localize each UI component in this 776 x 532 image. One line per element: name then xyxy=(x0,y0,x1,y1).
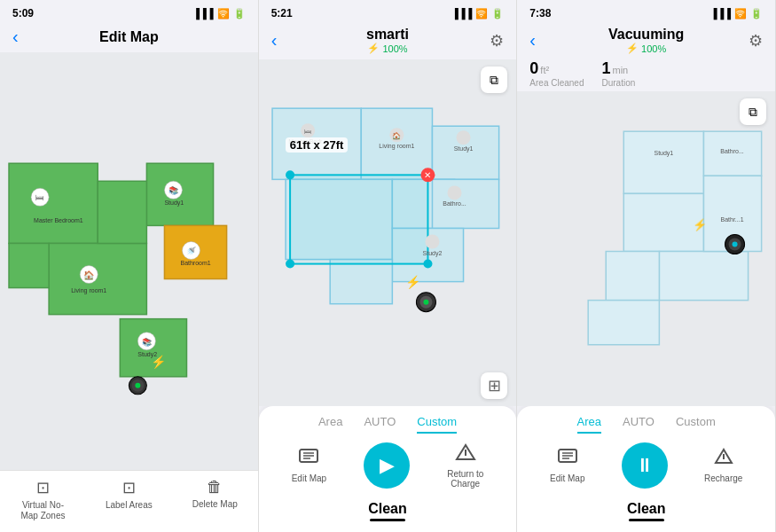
signal-icon-3: ▐▐▐ xyxy=(710,8,731,19)
stats-row-3: 0 ft² Area Cleaned 1 min Duration xyxy=(517,59,775,91)
action-row-2: Edit Map ▶ Return toCharge xyxy=(273,442,503,489)
wifi-icon-2: 🛜 xyxy=(475,8,488,20)
return-charge-action[interactable]: Return toCharge xyxy=(447,443,483,489)
svg-point-52 xyxy=(425,235,439,249)
edit-map-label-2: Edit Map xyxy=(292,473,326,483)
svg-text:Bathro...: Bathro... xyxy=(443,200,466,207)
charging-icon-3: ⚡ xyxy=(626,43,639,54)
dimension-label: 61ft x 27ft xyxy=(286,137,349,153)
pause-icon: ⏸ xyxy=(635,454,655,477)
page-title-2: smarti xyxy=(366,27,409,43)
tab-custom-3[interactable]: Custom xyxy=(676,415,716,434)
panel-edit-map: 5:09 ▐▐▐ 🛜 🔋 ‹ Edit Map xyxy=(0,0,259,532)
tabs-row-3: Area AUTO Custom xyxy=(531,415,761,434)
svg-rect-6 xyxy=(9,243,49,287)
svg-point-76 xyxy=(733,241,738,246)
svg-rect-63 xyxy=(624,131,704,193)
tab-auto-3[interactable]: AUTO xyxy=(623,415,655,434)
virtual-zones-icon: ⊡ xyxy=(36,478,50,497)
label-areas-btn[interactable]: ⊡ Label Areas xyxy=(86,478,172,521)
control-panel-2: Area AUTO Custom Edit Map ▶ Return toCha… xyxy=(259,406,517,532)
svg-text:Study2: Study2 xyxy=(422,250,442,257)
svg-text:Bathro...: Bathro... xyxy=(721,148,745,154)
tab-auto-2[interactable]: AUTO xyxy=(364,415,396,434)
svg-text:Master Bedroom1: Master Bedroom1 xyxy=(34,217,83,223)
battery-icon-3: 🔋 xyxy=(750,8,763,20)
recharge-action[interactable]: Recharge xyxy=(704,448,742,483)
play-icon: ▶ xyxy=(380,454,395,477)
duration-value: 1 xyxy=(602,59,611,78)
svg-rect-34 xyxy=(290,175,427,263)
battery-pct-2: 100% xyxy=(382,43,407,54)
svg-text:✕: ✕ xyxy=(424,170,431,180)
back-button-3[interactable]: ‹ xyxy=(529,30,551,51)
status-bar-3: 7:38 ▐▐▐ 🛜 🔋 xyxy=(517,0,775,23)
duration-unit: min xyxy=(613,65,629,75)
virtual-no-map-zones-btn[interactable]: ⊡ Virtual No-Map Zones xyxy=(0,478,86,521)
signal-icon-2: ▐▐▐ xyxy=(451,8,472,19)
panel-vacuuming: 7:38 ▐▐▐ 🛜 🔋 ‹ Vacuuming ⚡ 100% ⚙ 0 ft² … xyxy=(517,0,776,532)
svg-text:Bathroom1: Bathroom1 xyxy=(180,261,210,267)
delete-map-label: Delete Map xyxy=(192,499,238,510)
map-svg-1: 🛏 Master Bedroom1 🏠 Living room1 📚 Study… xyxy=(0,52,258,470)
tab-custom-2[interactable]: Custom xyxy=(417,415,457,434)
svg-rect-69 xyxy=(589,301,660,345)
back-button-1[interactable]: ‹ xyxy=(12,27,34,47)
map-svg-2: ✕ Master Bedr... 🛏 Living room1 🏠 Study1… xyxy=(259,59,517,406)
tabs-row-2: Area AUTO Custom xyxy=(273,415,503,434)
clean-underline-2 xyxy=(370,519,405,521)
battery-status-3: ⚡ 100% xyxy=(626,43,666,54)
signal-icon: ▐▐▐ xyxy=(192,8,213,19)
clean-label-2: Clean xyxy=(368,501,407,516)
svg-rect-1 xyxy=(49,243,146,314)
recharge-label: Recharge xyxy=(704,473,742,483)
svg-text:Study1: Study1 xyxy=(164,200,184,207)
edit-map-action-3[interactable]: Edit Map xyxy=(550,448,584,483)
edit-map-icon-3 xyxy=(557,448,578,470)
svg-text:🏠: 🏠 xyxy=(392,131,401,140)
svg-rect-66 xyxy=(660,252,749,301)
bottom-nav-1: ⊡ Virtual No-Map Zones ⊡ Label Areas 🗑 D… xyxy=(0,470,258,532)
svg-rect-68 xyxy=(607,252,660,301)
return-charge-icon xyxy=(455,443,476,466)
status-icons-3: ▐▐▐ 🛜 🔋 xyxy=(710,8,763,20)
duration-label: Duration xyxy=(602,78,636,88)
svg-rect-33 xyxy=(330,260,392,304)
settings-button-3[interactable]: ⚙ xyxy=(741,31,763,51)
header-2: ‹ smarti ⚡ 100% ⚙ xyxy=(259,23,517,59)
tab-area-3[interactable]: Area xyxy=(577,415,601,434)
map-area-3: ⧉ Study1 Bathro... Bathr...1 ⚡ xyxy=(517,91,775,406)
svg-text:Living room1: Living room1 xyxy=(71,287,106,294)
delete-map-icon: 🗑 xyxy=(207,478,223,497)
battery-status-2: ⚡ 100% xyxy=(367,43,407,54)
svg-point-24 xyxy=(135,383,140,388)
duration-stat: 1 min Duration xyxy=(602,59,636,88)
clean-label-3: Clean xyxy=(627,501,666,516)
header-1: ‹ Edit Map xyxy=(0,23,258,52)
svg-text:Study1: Study1 xyxy=(453,145,473,153)
svg-point-55 xyxy=(423,300,428,305)
status-bar-2: 5:21 ▐▐▐ 🛜 🔋 xyxy=(259,0,517,23)
edit-map-action-2[interactable]: Edit Map xyxy=(292,448,326,483)
panel-smarti: 5:21 ▐▐▐ 🛜 🔋 ‹ smarti ⚡ 100% ⚙ ⧉ ⊞ xyxy=(259,0,518,532)
svg-rect-5 xyxy=(98,181,146,243)
svg-text:🚿: 🚿 xyxy=(186,246,197,256)
battery-pct-3: 100% xyxy=(641,43,666,54)
play-button[interactable]: ▶ xyxy=(364,442,410,489)
charging-icon-2: ⚡ xyxy=(367,43,380,54)
svg-point-50 xyxy=(447,185,461,200)
back-button-2[interactable]: ‹ xyxy=(271,30,293,51)
page-title-1: Edit Map xyxy=(34,29,224,45)
clean-bar-3[interactable]: Clean xyxy=(531,496,761,519)
delete-map-btn[interactable]: 🗑 Delete Map xyxy=(172,478,258,521)
svg-text:⚡: ⚡ xyxy=(694,217,709,232)
header-3: ‹ Vacuuming ⚡ 100% ⚙ xyxy=(517,23,775,59)
tab-area-2[interactable]: Area xyxy=(318,415,342,434)
clean-bar-2[interactable]: Clean xyxy=(273,496,503,519)
action-row-3: Edit Map ⏸ Recharge xyxy=(531,442,761,489)
edit-map-label-3: Edit Map xyxy=(550,473,584,483)
svg-text:Bathr...1: Bathr...1 xyxy=(721,216,744,223)
area-unit: ft² xyxy=(540,65,549,75)
pause-button[interactable]: ⏸ xyxy=(622,442,668,489)
settings-button-2[interactable]: ⚙ xyxy=(482,31,504,51)
